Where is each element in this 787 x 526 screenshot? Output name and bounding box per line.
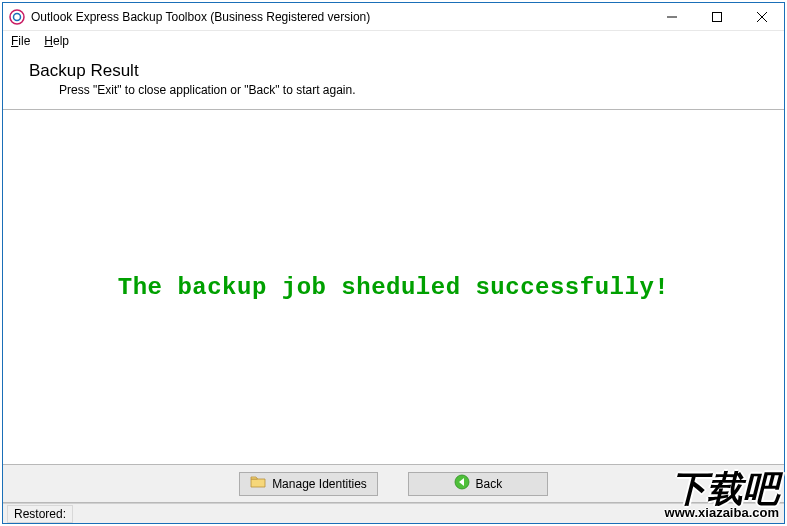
menubar: File Help bbox=[3, 31, 784, 51]
back-button[interactable]: Back bbox=[408, 472, 548, 496]
minimize-button[interactable] bbox=[649, 3, 694, 30]
statusbar: Restored: bbox=[3, 503, 784, 523]
page-subtitle: Press "Exit" to close application or "Ba… bbox=[29, 83, 774, 97]
svg-line-4 bbox=[757, 12, 767, 22]
button-bar: Manage Identities Back bbox=[3, 465, 784, 503]
header-panel: Backup Result Press "Exit" to close appl… bbox=[3, 51, 784, 110]
svg-point-1 bbox=[14, 13, 21, 20]
status-restored: Restored: bbox=[7, 505, 73, 523]
back-label: Back bbox=[476, 477, 503, 491]
titlebar: Outlook Express Backup Toolbox (Business… bbox=[3, 3, 784, 31]
window-controls bbox=[649, 3, 784, 30]
window-title: Outlook Express Backup Toolbox (Business… bbox=[31, 10, 370, 24]
manage-identities-button[interactable]: Manage Identities bbox=[239, 472, 378, 496]
menu-file[interactable]: File bbox=[11, 34, 30, 48]
page-title: Backup Result bbox=[29, 61, 774, 81]
folder-icon bbox=[250, 476, 266, 491]
menu-help[interactable]: Help bbox=[44, 34, 69, 48]
app-window: Outlook Express Backup Toolbox (Business… bbox=[2, 2, 785, 524]
manage-identities-label: Manage Identities bbox=[272, 477, 367, 491]
main-content: The backup job sheduled successfully! bbox=[3, 110, 784, 465]
svg-rect-3 bbox=[712, 12, 721, 21]
maximize-button[interactable] bbox=[694, 3, 739, 30]
svg-point-0 bbox=[10, 10, 24, 24]
app-icon bbox=[9, 9, 25, 25]
back-arrow-icon bbox=[454, 474, 470, 493]
close-button[interactable] bbox=[739, 3, 784, 30]
success-message: The backup job sheduled successfully! bbox=[118, 274, 669, 301]
svg-line-5 bbox=[757, 12, 767, 22]
